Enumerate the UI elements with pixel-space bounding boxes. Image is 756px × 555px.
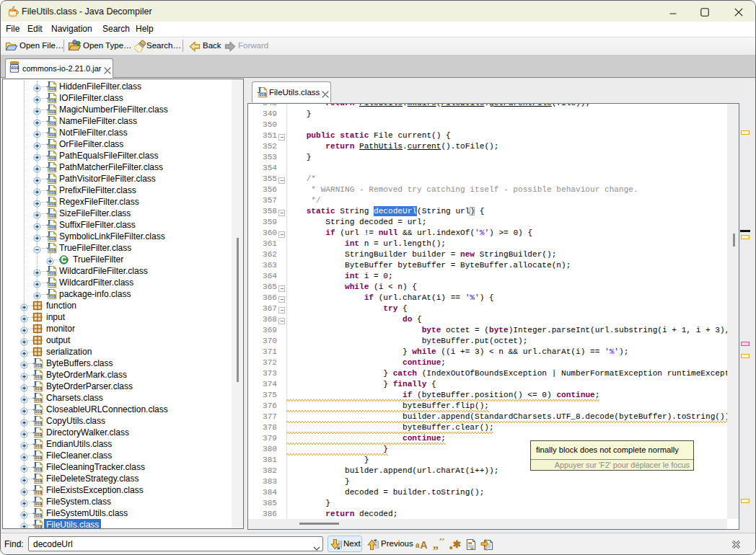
svg-text:J: J	[257, 86, 261, 94]
svg-text:J: J	[46, 265, 50, 273]
svg-text:J: J	[46, 150, 50, 158]
svg-text:J: J	[32, 438, 37, 446]
svg-text:J: J	[32, 404, 37, 412]
svg-text:”: ”	[439, 538, 445, 547]
svg-text:J: J	[46, 127, 50, 135]
svg-text:J: J	[46, 242, 50, 250]
svg-text:J: J	[46, 138, 50, 146]
svg-text:J: J	[46, 288, 50, 296]
svg-text:J: J	[46, 81, 50, 89]
svg-text:J: J	[46, 196, 50, 204]
svg-text:J: J	[32, 427, 37, 435]
svg-text:J: J	[32, 369, 37, 377]
svg-text:J: J	[46, 104, 50, 112]
svg-text:J: J	[32, 473, 37, 481]
svg-text:J: J	[32, 507, 37, 515]
svg-text:J: J	[46, 173, 50, 181]
svg-text:J: J	[46, 208, 50, 216]
svg-text:J: J	[32, 450, 37, 458]
svg-text:J: J	[46, 219, 50, 227]
svg-text:J: J	[46, 161, 50, 169]
svg-text:J: J	[32, 358, 37, 365]
svg-text:J: J	[32, 415, 37, 423]
svg-text:010: 010	[12, 65, 19, 70]
svg-text:J: J	[32, 461, 37, 469]
svg-text:J: J	[46, 277, 50, 285]
svg-text:J: J	[46, 115, 50, 123]
svg-text:J: J	[46, 92, 50, 100]
svg-text:„: „	[433, 538, 439, 551]
svg-text:J: J	[46, 231, 50, 239]
svg-text:J: J	[32, 392, 37, 400]
svg-text:C: C	[61, 256, 66, 264]
svg-text:J: J	[32, 381, 37, 388]
svg-text:J: J	[32, 484, 37, 492]
svg-text:✱: ✱	[453, 538, 462, 550]
svg-text:J: J	[32, 496, 37, 504]
svg-text:J: J	[32, 519, 37, 527]
svg-text:a: a	[416, 541, 420, 549]
svg-text:J: J	[46, 185, 50, 192]
svg-text:A: A	[421, 539, 428, 551]
